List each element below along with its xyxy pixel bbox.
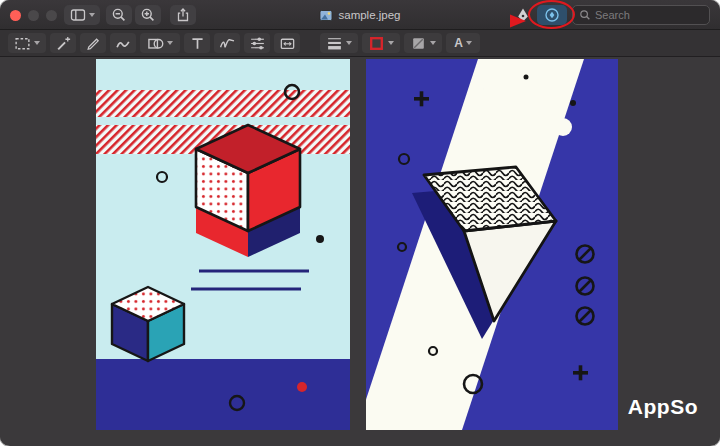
close-button[interactable] — [10, 10, 21, 21]
signature-icon — [219, 35, 236, 52]
magnifier-minus-icon — [111, 7, 127, 23]
share-icon — [175, 7, 191, 23]
view-options-button[interactable] — [64, 5, 100, 25]
minimize-button[interactable] — [28, 10, 39, 21]
chevron-down-icon — [167, 41, 173, 45]
draw-tool-button[interactable] — [110, 33, 136, 53]
memphis-poster-left — [96, 59, 350, 430]
shapes-icon — [147, 35, 164, 52]
pencil-icon — [85, 35, 102, 52]
markup-pen-icon[interactable] — [515, 7, 531, 23]
text-style-button[interactable]: A — [446, 33, 480, 53]
sign-button[interactable] — [214, 33, 240, 53]
sidebar-view-icon — [70, 7, 86, 23]
search-field[interactable] — [572, 5, 710, 25]
border-color-swatch-icon — [368, 35, 385, 52]
chevron-down-icon — [346, 41, 352, 45]
text-tool-button[interactable] — [184, 33, 210, 53]
fill-color-button[interactable] — [404, 33, 442, 53]
document-canvas[interactable]: AppSo — [0, 57, 720, 445]
adjust-color-button[interactable] — [244, 33, 270, 53]
instant-alpha-button[interactable] — [50, 33, 76, 53]
text-icon — [189, 35, 206, 52]
search-icon — [579, 9, 591, 21]
magnifier-plus-icon — [140, 7, 156, 23]
document-proxy-icon — [319, 9, 332, 22]
color-sliders-icon — [249, 35, 266, 52]
markup-toolbar: A — [0, 30, 720, 57]
preview-window: sample.jpeg — [0, 0, 720, 446]
resize-icon — [279, 35, 296, 52]
selection-rect-icon — [14, 35, 31, 52]
markup-toolbar-toggle-button[interactable] — [537, 5, 567, 25]
title-label: sample.jpeg — [338, 9, 400, 21]
zoom-out-button[interactable] — [106, 5, 132, 25]
window-title: sample.jpeg — [319, 0, 400, 30]
zoom-window-button[interactable] — [46, 10, 57, 21]
sketch-tool-button[interactable] — [80, 33, 106, 53]
fill-color-swatch-icon — [410, 35, 427, 52]
chevron-down-icon — [388, 41, 394, 45]
text-style-glyph: A — [454, 37, 463, 49]
shapes-button[interactable] — [140, 33, 180, 53]
chevron-down-icon — [466, 41, 472, 45]
chevron-down-icon — [34, 41, 40, 45]
memphis-poster-right — [366, 59, 618, 430]
selection-tool-button[interactable] — [8, 33, 46, 53]
adjust-size-button[interactable] — [274, 33, 300, 53]
magic-wand-icon — [55, 35, 72, 52]
line-weights-icon — [326, 35, 343, 52]
border-color-button[interactable] — [362, 33, 400, 53]
markup-circle-pen-icon — [544, 7, 560, 23]
chevron-down-icon — [430, 41, 436, 45]
search-input[interactable] — [595, 9, 703, 21]
chevron-down-icon — [89, 13, 95, 17]
brush-squiggle-icon — [115, 35, 132, 52]
zoom-in-button[interactable] — [135, 5, 161, 25]
share-button[interactable] — [170, 5, 196, 25]
titlebar: sample.jpeg — [0, 0, 720, 30]
watermark: AppSo — [628, 395, 698, 419]
traffic-lights — [10, 10, 57, 21]
shape-style-button[interactable] — [320, 33, 358, 53]
